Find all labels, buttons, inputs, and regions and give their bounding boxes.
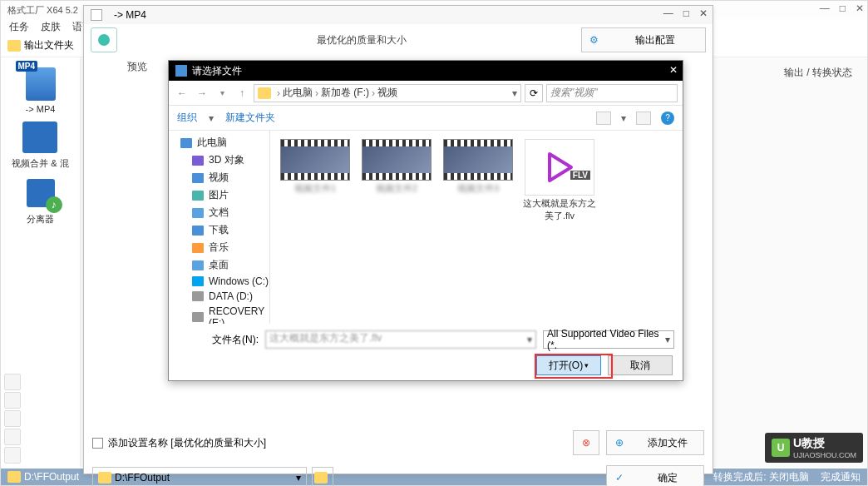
tree-item[interactable]: 此电脑 xyxy=(169,134,269,151)
sidebar-item-splitter[interactable]: ♪ 分离器 xyxy=(21,175,61,226)
new-folder-button[interactable]: 新建文件夹 xyxy=(225,111,275,125)
tree-item[interactable]: 桌面 xyxy=(169,256,269,274)
view-mode-icon[interactable] xyxy=(596,112,611,125)
folder-icon xyxy=(314,472,328,484)
close-icon[interactable]: ✕ xyxy=(669,64,678,76)
dl-icon xyxy=(192,226,204,236)
breadcrumb-part[interactable]: 此电脑 xyxy=(283,86,313,100)
sidebar-label: -> MP4 xyxy=(26,104,56,114)
file-name: 视频文件3 xyxy=(457,182,499,195)
tree-item-label: 下载 xyxy=(209,223,229,237)
watermark: U U教授 UJIAOSHOU.COM xyxy=(765,433,863,463)
tree-item[interactable]: 图片 xyxy=(169,186,269,204)
output-path-dropdown[interactable]: D:\FFOutput ▾ xyxy=(92,467,307,486)
cancel-button[interactable]: 取消 xyxy=(608,355,673,375)
open-button[interactable]: 打开(O) ▾ xyxy=(536,355,601,375)
tree-item[interactable]: 文档 xyxy=(169,204,269,221)
maximize-icon[interactable]: □ xyxy=(683,7,689,19)
desk-icon xyxy=(192,260,204,270)
recent-dropdown-icon[interactable]: ▾ xyxy=(214,85,230,102)
tool-icon[interactable] xyxy=(4,429,21,445)
output-folder-button[interactable]: 输出文件夹 xyxy=(24,38,74,52)
file-list: 视频文件1视频文件2视频文件3FLV这大概就是东方之美了.flv xyxy=(270,131,683,324)
output-config-button[interactable]: ⚙ 输出配置 xyxy=(581,27,706,52)
tree-item-label: DATA (D:) xyxy=(209,290,253,302)
video-thumbnail-icon xyxy=(280,139,350,181)
file-item[interactable]: 视频文件3 xyxy=(441,139,515,222)
tree-item-label: 视频 xyxy=(209,171,229,185)
tree-item[interactable]: Windows (C:) xyxy=(169,274,269,289)
check-icon: ✓ xyxy=(607,472,632,484)
file-filter-select[interactable]: All Supported Video Files (*. ▾ xyxy=(543,330,674,349)
add-settings-checkbox[interactable] xyxy=(92,438,103,449)
sidebar-item-merge[interactable]: 视频合并 & 混 xyxy=(12,119,68,170)
tree-item[interactable]: 下载 xyxy=(169,221,269,239)
maximize-icon[interactable]: □ xyxy=(840,2,846,14)
minimize-icon[interactable]: — xyxy=(663,7,673,19)
help-icon[interactable]: ? xyxy=(661,112,674,125)
sidebar-item-mp4[interactable]: MP4 -> MP4 xyxy=(21,66,61,114)
tree-item[interactable]: 音乐 xyxy=(169,239,269,256)
folder-icon xyxy=(7,471,21,483)
close-icon[interactable]: ✕ xyxy=(699,7,708,19)
back-arrow-icon[interactable]: ← xyxy=(174,85,190,102)
watermark-brand: U教授 xyxy=(793,436,825,449)
disc-icon xyxy=(24,232,57,265)
tree-item-label: 此电脑 xyxy=(197,136,227,150)
tool-icon[interactable] xyxy=(4,392,21,409)
file-icon xyxy=(91,9,102,21)
file-open-dialog: 请选择文件 ✕ ← → ▾ ↑ › 此电脑 › 新加卷 (F:) › 视频 ▾ … xyxy=(168,60,683,381)
tree-item[interactable]: 3D 对象 xyxy=(169,151,269,169)
folder-icon xyxy=(7,40,21,52)
watermark-logo-icon: U xyxy=(772,439,790,457)
breadcrumb-part[interactable]: 视频 xyxy=(377,86,397,100)
preview-pane-icon[interactable] xyxy=(636,112,651,125)
remove-file-button[interactable]: ⊗ xyxy=(573,430,599,455)
file-item[interactable]: 视频文件1 xyxy=(279,139,352,222)
convert-status-label: 输出 / 转换状态 xyxy=(784,66,852,80)
tree-item-label: 3D 对象 xyxy=(209,153,244,167)
converter-titlebar: -> MP4 — □ ✕ xyxy=(84,6,713,24)
output-path-value: D:\FFOutput xyxy=(115,472,170,484)
forward-arrow-icon[interactable]: → xyxy=(194,85,210,102)
settings-row: 最优化的质量和大小 ⚙ 输出配置 xyxy=(84,24,713,56)
folder-icon xyxy=(258,87,271,99)
refresh-button[interactable]: ⟳ xyxy=(525,84,543,102)
converter-title: -> MP4 xyxy=(114,9,146,21)
browse-folder-button[interactable] xyxy=(312,467,333,486)
obj-icon xyxy=(192,156,204,166)
filename-label: 文件名(N): xyxy=(177,333,259,347)
dialog-title: 请选择文件 xyxy=(192,64,242,78)
left-sidebar: MP4 -> MP4 视频合并 & 混 ♪ 分离器 xyxy=(1,57,81,467)
status-after-convert: 转换完成后: 关闭电脑 xyxy=(713,470,809,484)
tree-item[interactable]: DATA (D:) xyxy=(169,289,269,304)
organize-button[interactable]: 组织 xyxy=(177,111,197,125)
add-file-button[interactable]: ⊕ 添加文件 xyxy=(606,430,704,455)
drive-icon xyxy=(192,312,204,322)
mus-icon xyxy=(192,243,204,253)
file-item[interactable]: FLV这大概就是东方之美了.flv xyxy=(523,139,596,222)
up-arrow-icon[interactable]: ↑ xyxy=(234,85,250,102)
filename-input[interactable]: 这大概就是东方之美了.flv ▾ xyxy=(265,330,536,349)
tree-item[interactable]: RECOVERY (E:) xyxy=(169,304,269,324)
tool-icon[interactable] xyxy=(4,447,21,464)
breadcrumb-part[interactable]: 新加卷 (F:) xyxy=(321,86,369,100)
tree-item[interactable]: 视频 xyxy=(169,169,269,186)
tool-icon[interactable] xyxy=(4,410,21,427)
tool-icon[interactable] xyxy=(4,374,21,390)
search-input[interactable]: 搜索"视频" xyxy=(546,84,678,102)
folder-tree: 此电脑3D 对象视频图片文档下载音乐桌面Windows (C:)DATA (D:… xyxy=(169,131,270,324)
tree-item-label: 音乐 xyxy=(209,241,229,255)
close-icon[interactable]: ✕ xyxy=(856,2,864,14)
minimize-icon[interactable]: — xyxy=(820,2,830,14)
file-item[interactable]: 视频文件2 xyxy=(360,139,433,222)
tree-item-label: 桌面 xyxy=(209,258,229,272)
sidebar-item-disc[interactable] xyxy=(21,231,61,267)
add-icon: ⊕ xyxy=(607,437,632,449)
ok-button[interactable]: ✓ 确定 xyxy=(606,465,704,486)
menu-task[interactable]: 任务 xyxy=(9,20,29,34)
path-bar[interactable]: › 此电脑 › 新加卷 (F:) › 视频 ▾ xyxy=(254,84,521,102)
status-output-path[interactable]: D:\FFOutput xyxy=(24,471,79,483)
menu-skin[interactable]: 皮肤 xyxy=(41,20,61,34)
img-icon xyxy=(192,191,204,201)
